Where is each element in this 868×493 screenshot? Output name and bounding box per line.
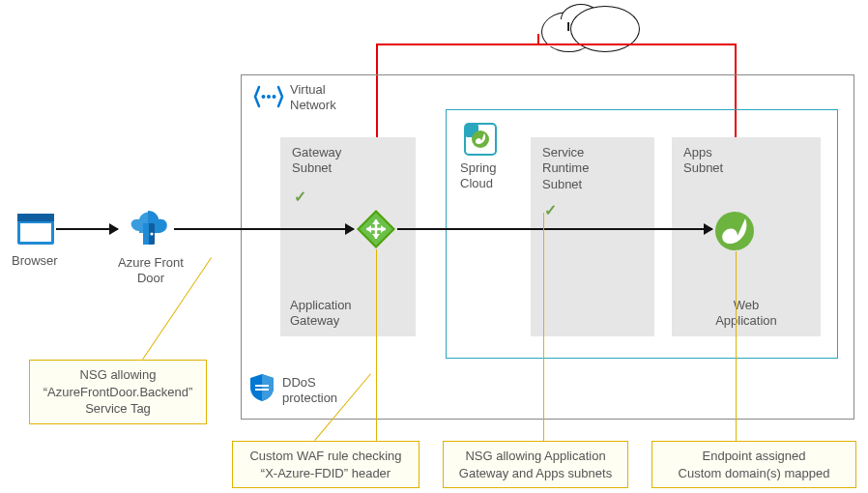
annot-endpoint: Endpoint assigned Custom domain(s) mappe… xyxy=(651,441,856,488)
svg-rect-19 xyxy=(143,223,149,245)
azure-front-door-icon xyxy=(124,204,172,252)
ddos-shield-icon xyxy=(249,373,275,402)
spring-leaf-icon xyxy=(714,211,755,251)
annot-waf-rule: Custom WAF rule checking “X-Azure-FDID” … xyxy=(232,441,420,488)
application-gateway-icon xyxy=(356,209,396,249)
svg-rect-3 xyxy=(255,385,269,387)
annot-nsg-frontdoor: NSG allowing “AzureFrontDoor.Backend” Se… xyxy=(29,360,207,424)
browser-icon xyxy=(15,210,56,250)
svg-rect-17 xyxy=(20,223,51,242)
flow-arrow xyxy=(174,228,354,230)
ddos-label: DDoSprotection xyxy=(282,375,337,407)
svg-point-2 xyxy=(273,95,276,99)
internet-label: Internet xyxy=(536,19,643,34)
spring-cloud-icon xyxy=(463,122,498,157)
vnet-label: VirtualNetwork xyxy=(290,82,336,114)
runtime-subnet-box: Service Runtime Subnet ✓ xyxy=(531,137,654,336)
flow-arrow xyxy=(397,228,712,230)
svg-point-1 xyxy=(267,95,271,99)
spring-cloud-label: SpringCloud xyxy=(460,160,497,192)
flow-arrow xyxy=(56,228,118,230)
svg-point-20 xyxy=(150,232,153,235)
virtual-network-icon xyxy=(253,83,284,110)
browser-label: Browser xyxy=(12,253,58,269)
checkmark-icon: ✓ xyxy=(294,188,306,206)
front-door-label: Azure FrontDoor xyxy=(116,255,186,287)
checkmark-icon: ✓ xyxy=(544,201,557,219)
svg-rect-16 xyxy=(17,214,54,221)
svg-rect-4 xyxy=(255,389,269,391)
svg-point-0 xyxy=(262,95,266,99)
annot-nsg-subnets: NSG allowing Application Gateway and App… xyxy=(443,441,628,488)
